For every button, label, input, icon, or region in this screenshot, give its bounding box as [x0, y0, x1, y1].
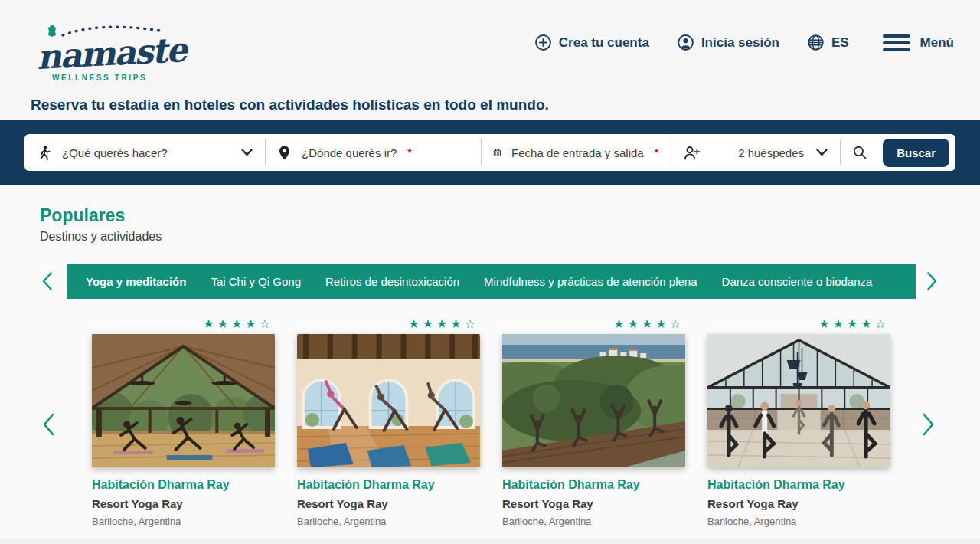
guests-select[interactable]: 2 huéspedes — [671, 134, 840, 171]
hero-tagline: Reserva tu estadía en hoteles con activi… — [31, 97, 549, 113]
star-rating: ★★★★☆ — [297, 316, 480, 332]
popular-section: Populares Destinos y actividades Yoga y … — [0, 185, 980, 538]
card-title[interactable]: Habitación Dharma Ray — [92, 478, 275, 492]
section-subtitle: Destinos y actividades — [40, 230, 162, 244]
hotel-card[interactable]: ★★★★☆ — [92, 316, 275, 527]
card-photo-studio — [297, 334, 480, 467]
person-plus-icon — [683, 145, 701, 161]
dates-placeholder: Fecha de entrada y salida — [511, 146, 644, 159]
carousel-next-icon[interactable] — [922, 412, 936, 437]
hotel-card[interactable]: ★★★★☆ — [502, 316, 685, 527]
card-title[interactable]: Habitación Dharma Ray — [502, 478, 685, 492]
card-resort: Resort Yoga Ray — [707, 497, 890, 510]
dates-field[interactable]: Fecha de entrada y salida* — [481, 134, 671, 171]
card-resort: Resort Yoga Ray — [92, 497, 275, 510]
plus-circle-icon — [534, 34, 552, 51]
tab-danza-consciente[interactable]: Danza consciente o biodanza — [710, 275, 885, 288]
search-band: ¿Qué querés hacer? ¿Dónde querés ir?* — [0, 120, 980, 185]
search-bar: ¿Qué querés hacer? ¿Dónde querés ir?* — [24, 134, 956, 171]
search-button[interactable]: Buscar — [883, 139, 949, 167]
globe-icon — [807, 34, 825, 51]
required-asterisk: * — [655, 146, 658, 159]
create-account-label: Crea tu cuenta — [559, 35, 649, 51]
carousel-prev-icon[interactable] — [41, 412, 55, 437]
search-submit-area: Buscar — [840, 134, 956, 171]
guests-value: 2 huéspedes — [738, 146, 804, 159]
card-photo-greenhouse — [707, 334, 890, 467]
create-account-button[interactable]: Crea tu cuenta — [534, 34, 649, 51]
card-title[interactable]: Habitación Dharma Ray — [707, 478, 890, 492]
menu-button[interactable]: Menú — [883, 34, 954, 51]
card-photo-deck — [502, 334, 685, 467]
card-resort: Resort Yoga Ray — [297, 497, 480, 510]
language-selector[interactable]: ES — [807, 34, 849, 51]
chevron-down-icon — [816, 149, 828, 156]
menu-label: Menú — [920, 35, 954, 51]
login-button[interactable]: Inicia sesión — [677, 34, 779, 51]
activity-placeholder: ¿Qué querés hacer? — [62, 146, 168, 159]
tab-yoga-y-meditacion[interactable]: Yoga y meditación — [74, 275, 198, 288]
calendar-icon — [493, 145, 501, 161]
hamburger-icon — [883, 34, 910, 51]
page: namaste WELLNESS TRIPS Crea tu cuenta In… — [0, 0, 980, 544]
destination-placeholder: ¿Dónde querés ir? — [302, 146, 397, 159]
tabs-next-icon[interactable] — [926, 271, 938, 291]
chevron-down-icon — [241, 149, 253, 156]
category-tabbar: Yoga y meditación Tai Chi y Qi Gong Reti… — [67, 264, 916, 299]
tabs-prev-icon[interactable] — [41, 271, 53, 291]
activity-select[interactable]: ¿Qué querés hacer? — [24, 134, 265, 171]
tab-retiros-de-desintoxicacion[interactable]: Retiros de desintoxicación — [313, 275, 472, 288]
hotel-card[interactable]: ★★★★☆ — [297, 316, 480, 527]
location-pin-icon — [277, 145, 292, 161]
brand-subtitle: WELLNESS TRIPS — [52, 74, 147, 82]
section-divider — [0, 538, 980, 544]
tab-tai-chi-y-qi-gong[interactable]: Tai Chi y Qi Gong — [198, 275, 313, 288]
card-carousel: ★★★★☆ — [92, 316, 890, 527]
card-location: Bariloche, Argentina — [92, 516, 275, 527]
walking-person-icon — [37, 145, 52, 161]
card-location: Bariloche, Argentina — [502, 516, 685, 527]
language-label: ES — [831, 35, 849, 51]
star-rating: ★★★★☆ — [707, 316, 890, 332]
brand-name: namaste — [36, 30, 187, 77]
login-label: Inicia sesión — [701, 35, 779, 51]
hotel-card[interactable]: ★★★★☆ — [707, 316, 890, 527]
header: namaste WELLNESS TRIPS Crea tu cuenta In… — [0, 0, 980, 120]
card-photo-pavilion — [92, 334, 275, 467]
card-title[interactable]: Habitación Dharma Ray — [297, 478, 480, 492]
top-nav: Crea tu cuenta Inicia sesión ES — [534, 34, 954, 51]
tab-mindfulness[interactable]: Mindfulness y prácticas de atención plen… — [472, 275, 710, 288]
destination-field[interactable]: ¿Dónde querés ir?* — [265, 134, 481, 171]
star-rating: ★★★★☆ — [92, 316, 275, 332]
card-resort: Resort Yoga Ray — [502, 497, 685, 510]
required-asterisk: * — [407, 146, 411, 159]
brand-logo[interactable]: namaste WELLNESS TRIPS — [35, 14, 165, 90]
section-title: Populares — [40, 205, 125, 226]
card-location: Bariloche, Argentina — [297, 516, 480, 527]
card-location: Bariloche, Argentina — [707, 516, 890, 527]
user-circle-icon — [677, 34, 694, 51]
star-rating: ★★★★☆ — [502, 316, 685, 332]
search-icon — [852, 145, 867, 160]
